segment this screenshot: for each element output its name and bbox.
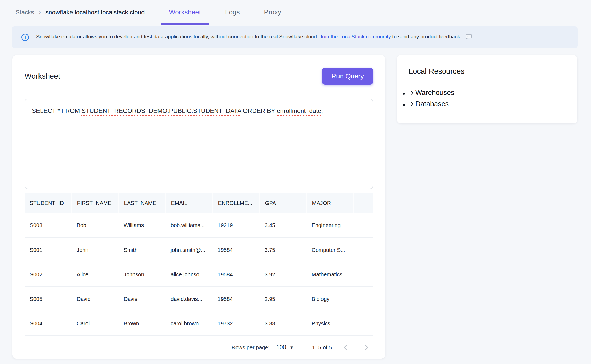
last-name-cell: Williams [119,213,166,238]
table-row: S001 John Smith john.smith@... 19584 3.7… [25,238,373,262]
enrollment-date-cell: 19219 [212,213,259,238]
last-name-cell: Smith [119,238,166,262]
filler-cell [353,287,373,311]
worksheet-card: Worksheet Run Query SELECT * FROM STUDEN… [12,55,385,359]
gpa-cell: 3.75 [259,238,306,262]
breadcrumb-stacks-link[interactable]: Stacks [15,9,34,16]
gpa-cell: 3.88 [259,311,306,336]
sql-table-identifier: STUDENT_RECORDS_DEMO.PUBLIC.STUDENT_DATA [82,107,241,114]
tab-logs[interactable]: Logs [217,0,248,25]
enrollment-date-cell: 19584 [212,262,259,287]
student-id-cell: S003 [25,213,72,238]
enrollment-date-cell: 19584 [212,287,259,311]
caret-down-icon: ▼ [290,345,294,350]
worksheet-title: Worksheet [25,72,60,80]
resource-item-databases[interactable]: Databases [409,100,565,109]
column-header-major: MAJOR [306,193,353,213]
last-name-cell: Brown [119,311,166,336]
page-range: 1–5 of 5 [312,344,332,351]
table-row: S002 Alice Johnson alice.johnso... 19584… [25,262,373,287]
major-cell: Biology [306,287,353,311]
active-tab-indicator [161,23,209,25]
results-table-body: S003 Bob Williams bob.williams... 19219 … [25,213,373,336]
sql-editor[interactable]: SELECT * FROM STUDENT_RECORDS_DEMO.PUBLI… [25,99,373,189]
column-header-first-name: FIRST_NAME [72,193,119,213]
tab-bar: Worksheet Logs Proxy [161,0,297,25]
sql-text: SELECT * FROM STUDENT_RECORDS_DEMO.PUBLI… [32,107,323,114]
resources-list: Warehouses Databases [403,88,565,109]
resource-item-label: Databases [415,100,449,108]
tab-logs-label: Logs [225,8,240,16]
info-icon: i [21,34,29,41]
email-cell: alice.johnso... [166,262,212,287]
main-content: Worksheet Run Query SELECT * FROM STUDEN… [0,48,591,359]
tab-proxy-label: Proxy [264,8,281,16]
last-name-cell: Davis [119,287,166,311]
filler-cell [353,213,373,238]
column-header-enrollment-date: ENROLLME... [212,193,259,213]
column-header-filler [353,193,373,213]
worksheet-header: Worksheet Run Query [25,68,373,85]
community-link[interactable]: Join the LocalStack community [320,34,391,39]
column-header-email: EMAIL [166,193,212,213]
email-cell: carol.brown... [166,311,212,336]
gpa-cell: 3.45 [259,213,306,238]
student-id-cell: S004 [25,311,72,336]
chevron-right-icon [363,344,370,351]
breadcrumb: Stacks › snowflake.localhost.localstack.… [15,9,145,16]
filler-cell [353,238,373,262]
gpa-cell: 3.92 [259,262,306,287]
rows-per-page-select[interactable]: 100 ▼ [276,344,294,351]
rows-per-page-label: Rows per page: [232,344,270,351]
first-name-cell: John [72,238,119,262]
student-id-cell: S005 [25,287,72,311]
chevron-right-icon [409,90,414,96]
table-row: S003 Bob Williams bob.williams... 19219 … [25,213,373,238]
banner-message-end: to send any product feedback. [392,34,461,39]
table-row: S005 David Davis david.davis... 19584 2.… [25,287,373,311]
rows-per-page-value: 100 [276,344,286,351]
run-query-button[interactable]: Run Query [322,68,373,85]
enrollment-date-cell: 19732 [212,311,259,336]
next-page-button[interactable] [360,341,373,354]
major-cell: Engineering [306,213,353,238]
info-banner: i Snowflake emulator allows you to devel… [12,26,578,48]
student-id-cell: S002 [25,262,72,287]
chevron-right-icon [409,101,414,107]
email-cell: bob.williams... [166,213,212,238]
major-cell: Physics [306,311,353,336]
filler-cell [353,262,373,287]
previous-page-button[interactable] [339,341,352,354]
tab-proxy[interactable]: Proxy [256,0,289,25]
column-header-student-id: STUDENT_ID [25,193,72,213]
table-row: S004 Carol Brown carol.brown... 19732 3.… [25,311,373,336]
gpa-cell: 2.95 [259,287,306,311]
first-name-cell: Carol [72,311,119,336]
breadcrumb-current-stack: snowflake.localhost.localstack.cloud [45,9,145,16]
sql-order-column: enrollment_date [277,107,321,114]
speech-bubble-icon [466,34,472,41]
column-header-gpa: GPA [259,193,306,213]
student-id-cell: S001 [25,238,72,262]
banner-text: Snowflake emulator allows you to develop… [36,34,472,41]
last-name-cell: Johnson [119,262,166,287]
local-resources-title: Local Resources [409,67,565,76]
pagination-bar: Rows per page: 100 ▼ 1–5 of 5 [25,336,373,359]
email-cell: john.smith@... [166,238,212,262]
local-resources-card: Local Resources Warehouses Databases [397,55,577,123]
results-table-header: STUDENT_ID FIRST_NAME LAST_NAME EMAIL EN… [25,193,373,213]
major-cell: Computer S... [306,238,353,262]
chevron-left-icon [342,344,350,351]
tab-worksheet-label: Worksheet [169,8,201,16]
major-cell: Mathematics [306,262,353,287]
filler-cell [353,311,373,336]
first-name-cell: David [72,287,119,311]
top-navigation-bar: Stacks › snowflake.localhost.localstack.… [0,0,591,25]
email-cell: david.davis... [166,287,212,311]
enrollment-date-cell: 19584 [212,238,259,262]
resource-item-warehouses[interactable]: Warehouses [409,88,565,98]
tab-worksheet[interactable]: Worksheet [161,0,209,25]
first-name-cell: Alice [72,262,119,287]
column-header-last-name: LAST_NAME [119,193,166,213]
results-table: STUDENT_ID FIRST_NAME LAST_NAME EMAIL EN… [25,193,373,336]
